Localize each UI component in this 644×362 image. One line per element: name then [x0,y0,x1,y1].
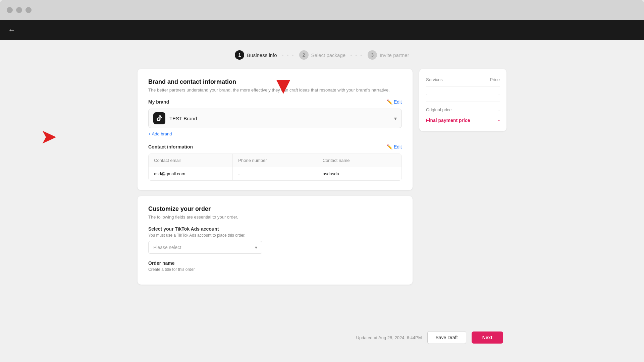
contact-email-value: asd@gmail.com [149,167,233,180]
tiktok-ads-placeholder: Please select [153,245,181,250]
bottom-bar: Updated at Aug 28, 2024, 6:44PM Save Dra… [0,326,644,349]
step-1: 1 Business info [235,50,277,60]
customize-title: Customize your order [148,205,402,213]
brand-left: TEST Brand [153,112,197,124]
top-nav: ← [0,20,644,40]
price-col-label: Price [490,77,500,82]
stepper: 1 Business info - - - 2 Select package -… [235,50,409,60]
service-price-value: - [498,91,500,96]
service-row: - - [426,91,500,96]
back-button[interactable]: ← [8,26,15,35]
chevron-down-icon: ▾ [394,115,397,122]
brand-logo [153,112,165,124]
customize-subtitle: The following fields are essential to yo… [148,215,402,220]
customize-order-card: Customize your order The following field… [138,196,413,285]
service-label: - [426,91,427,96]
contact-name-value: asdasda [317,167,401,180]
tiktok-ads-label: Select your TikTok Ads account [148,226,402,232]
next-button[interactable]: Next [472,331,503,344]
contact-table-row: asd@gmail.com - asdasda [149,167,401,180]
order-name-field: Order name Create a title for this order [148,260,402,272]
dropdown-chevron-icon: ▾ [255,245,257,250]
edit-brand-button[interactable]: ✏️ Edit [387,99,402,105]
price-table-header: Services Price [426,77,500,86]
contact-table: Contact email Phone number Contact name … [148,154,402,181]
contact-info-header: Contact information ✏️ Edit [148,144,402,149]
services-col-label: Services [426,77,443,82]
my-brand-header: My brand ✏️ Edit [148,99,402,105]
edit-contact-label: Edit [394,144,402,149]
add-brand-link[interactable]: + Add brand [148,131,172,136]
brand-name: TEST Brand [169,116,197,121]
phone-number-header: Phone number [233,154,317,167]
step-dots-1: - - - [282,52,294,59]
browser-chrome [0,0,644,20]
order-name-sublabel: Create a title for this order [148,267,402,272]
step-2-label: Select package [311,52,346,58]
pencil-icon: ✏️ [387,99,392,105]
step-dots-2: - - - [350,52,363,59]
edit-contact-button[interactable]: ✏️ Edit [387,144,402,149]
browser-dot-1 [7,7,13,13]
final-price-row: Final payment price - [426,118,500,123]
edit-brand-label: Edit [394,99,402,105]
contact-info-label: Contact information [148,144,193,149]
step-1-label: Business info [247,52,277,58]
save-draft-button[interactable]: Save Draft [427,331,466,344]
step-2-circle: 2 [299,50,309,60]
my-brand-label: My brand [148,99,169,105]
price-card: Services Price - - Original price - Fina… [419,69,506,131]
arrow-down-indicator: ▼ [272,74,295,97]
price-divider [426,102,500,102]
final-price-label: Final payment price [426,118,470,123]
browser-dot-2 [16,7,22,13]
phone-number-value: - [233,167,317,180]
main-area: ▼ ➤ 1 Business info - - - 2 Select packa… [0,40,644,362]
order-name-label: Order name [148,260,402,266]
tiktok-ads-dropdown[interactable]: Please select ▾ [148,241,262,254]
content-row: Brand and contact information The better… [138,69,506,285]
contact-table-header: Contact email Phone number Contact name [149,154,401,167]
step-1-circle: 1 [235,50,244,60]
arrow-right-indicator: ➤ [40,127,57,147]
step-3-label: Invite partner [380,52,409,58]
contact-name-header: Contact name [317,154,401,167]
step-2: 2 Select package [299,50,346,60]
browser-dot-3 [25,7,32,13]
pencil-contact-icon: ✏️ [387,144,392,149]
brand-selector[interactable]: TEST Brand ▾ [148,109,402,128]
original-price-value: - [498,107,500,112]
update-timestamp: Updated at Aug 28, 2024, 6:44PM [356,335,422,340]
contact-email-header: Contact email [149,154,233,167]
tiktok-ads-field: Select your TikTok Ads account You must … [148,226,402,254]
step-3: 3 Invite partner [368,50,409,60]
step-3-circle: 3 [368,50,377,60]
tiktok-ads-sublabel: You must use a TikTok Ads account to pla… [148,233,402,238]
original-price-label: Original price [426,107,452,112]
left-panel: Brand and contact information The better… [138,69,413,285]
final-price-value: - [498,118,500,123]
original-price-row: Original price - [426,107,500,112]
right-panel: Services Price - - Original price - Fina… [419,69,506,131]
